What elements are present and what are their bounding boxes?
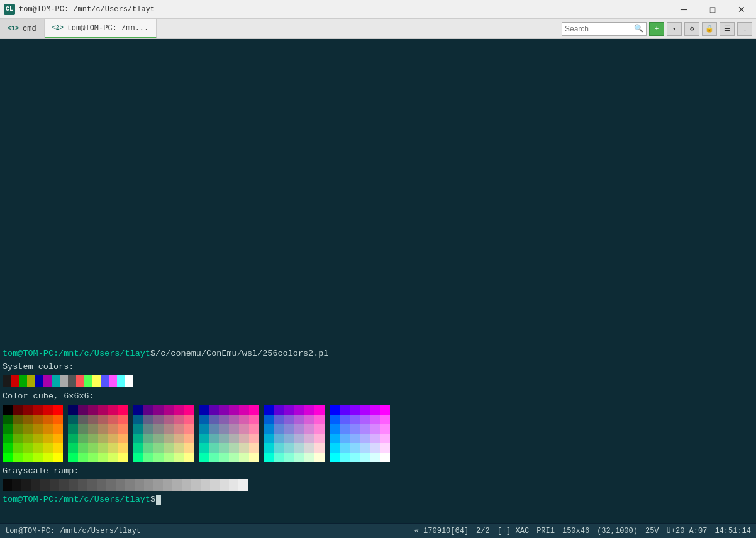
cube-cell: [199, 453, 209, 462]
cube-cell: [380, 434, 390, 443]
terminal[interactable]: tom@TOM-PC:/mnt/c/Users/tlayt $ /c/conem…: [0, 39, 756, 523]
terminal-cursor: [156, 495, 161, 505]
cube-cell: [330, 443, 340, 453]
cube-cell: [53, 453, 63, 462]
search-input[interactable]: [565, 25, 634, 33]
cube-cell: [239, 424, 249, 434]
cube-cell: [174, 434, 184, 443]
terminal-prompt2-line: tom@TOM-PC:/mnt/c/Users/tlayt $: [3, 494, 753, 506]
cube-cell: [68, 443, 78, 453]
cube-cell: [43, 434, 53, 443]
layout-button[interactable]: ☰: [720, 22, 735, 36]
cube-cell: [143, 443, 153, 453]
cube-cell: [108, 415, 118, 424]
cube-cell: [133, 453, 143, 462]
syscolor-cell: [19, 375, 27, 387]
cube-cell: [199, 415, 209, 424]
cube-cell: [68, 434, 78, 443]
cube-cell: [350, 434, 360, 443]
maximize-button[interactable]: □: [698, 0, 727, 19]
cube-cell: [340, 443, 350, 453]
gray-cell: [12, 479, 21, 491]
cube-cell: [108, 443, 118, 453]
cube-cell: [350, 405, 360, 415]
cube-cell: [118, 453, 128, 462]
cube-cell: [264, 424, 274, 434]
statusbar-size: 150x46: [562, 527, 589, 535]
cube-cell: [284, 453, 294, 462]
system-colors-label: System colors:: [3, 361, 753, 373]
statusbar-pri: PRI1: [536, 527, 555, 535]
cube-cell: [284, 443, 294, 453]
cube-cell: [330, 415, 340, 424]
statusbar-time: 14:51:14: [714, 527, 751, 535]
lock-button[interactable]: 🔒: [702, 22, 717, 36]
cube-cell: [209, 424, 219, 434]
syscolor-cell: [35, 375, 43, 387]
syscolor-cell: [68, 375, 76, 387]
cube-cell: [330, 434, 340, 443]
syscolor-cell: [3, 375, 11, 387]
color-cube-cube3: [199, 405, 259, 462]
syscolor-cell: [109, 375, 117, 387]
cube-cell: [360, 443, 370, 453]
cube-cell: [174, 453, 184, 462]
cube-cell: [184, 405, 194, 415]
gray-cell: [87, 479, 97, 491]
cube-cell: [304, 405, 314, 415]
cube-cell: [78, 453, 88, 462]
cube-cell: [98, 424, 108, 434]
syscolor-cell: [11, 375, 19, 387]
tab-cmd[interactable]: <1> cmd: [0, 19, 45, 38]
gray-cell: [50, 479, 59, 491]
cube-cell: [133, 434, 143, 443]
cube-cell: [314, 434, 325, 443]
gray-cell: [106, 479, 116, 491]
cube-cell: [294, 405, 304, 415]
cube-cell: [330, 453, 340, 462]
cube-cell: [43, 443, 53, 453]
tab-wsl[interactable]: <2> tom@TOM-PC: /mn...: [45, 19, 157, 38]
dropdown-button[interactable]: ▾: [667, 22, 682, 36]
cube-cell: [340, 415, 350, 424]
cube-cell: [239, 415, 249, 424]
cube-cell: [304, 453, 314, 462]
cube-cell: [143, 424, 153, 434]
cube-cell: [13, 415, 23, 424]
cube-cell: [33, 453, 43, 462]
cube-cell: [53, 424, 63, 434]
cube-cell: [98, 405, 108, 415]
cube-cell: [153, 434, 164, 443]
minimize-button[interactable]: ─: [669, 0, 698, 19]
cube-cell: [304, 415, 314, 424]
grayscale-ramp: [3, 479, 248, 491]
cube-cell: [209, 443, 219, 453]
cube-cell: [199, 405, 209, 415]
cube-cell: [284, 434, 294, 443]
cube-cell: [23, 424, 33, 434]
cube-cell: [133, 415, 143, 424]
close-button[interactable]: ✕: [727, 0, 756, 19]
cube-cell: [23, 443, 33, 453]
color-cube-cube5: [330, 405, 390, 462]
cube-cell: [143, 415, 153, 424]
statusbar-unicode: U+20 A:07: [667, 527, 708, 535]
cube-cell: [264, 415, 274, 424]
cube-cell: [164, 434, 174, 443]
gray-cell: [40, 479, 50, 491]
tabbar: <1> cmd <2> tom@TOM-PC: /mn... 🔍 + ▾ ⚙ 🔒…: [0, 19, 756, 39]
cube-cell: [264, 443, 274, 453]
cube-cell: [78, 415, 88, 424]
cube-cell: [304, 443, 314, 453]
cube-cell: [174, 443, 184, 453]
gray-cell: [3, 479, 12, 491]
menu-button[interactable]: ⋮: [737, 22, 752, 36]
settings-button[interactable]: ⚙: [684, 22, 699, 36]
color-cube-cube2: [133, 405, 194, 462]
add-tab-button[interactable]: +: [649, 22, 664, 36]
cube-cell: [33, 424, 43, 434]
cube-cell: [330, 424, 340, 434]
cube-cell: [108, 405, 118, 415]
search-box[interactable]: 🔍: [562, 22, 647, 36]
cube-cell: [88, 415, 98, 424]
